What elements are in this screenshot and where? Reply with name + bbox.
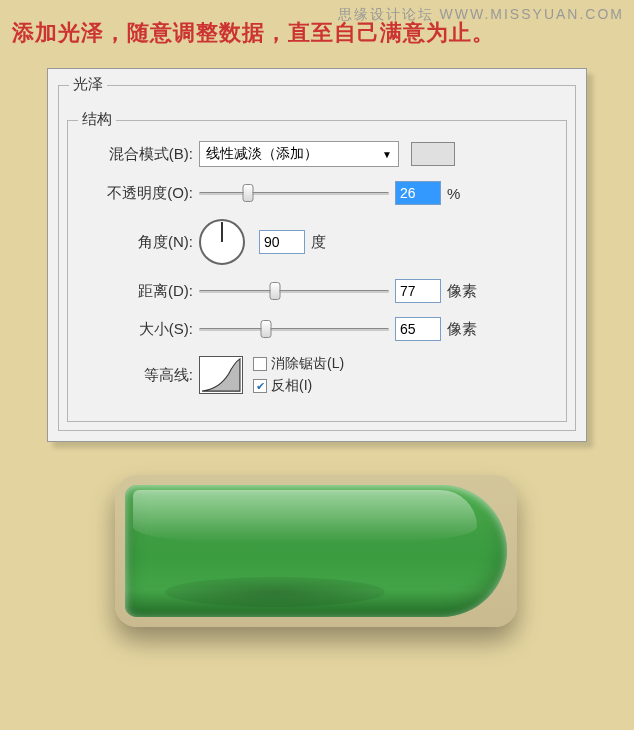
unit-opacity: % [447,185,460,202]
opacity-input[interactable] [395,181,441,205]
row-opacity: 不透明度(O): % [84,181,550,205]
angle-needle-icon [221,222,223,242]
fieldset-satin: 光泽 结构 混合模式(B): 线性减淡（添加） ▼ 不透明度(O): [58,85,576,431]
row-contour: 等高线: 消除锯齿(L) ✔ 反相(I) [84,355,550,395]
blend-mode-value: 线性减淡（添加） [206,145,318,163]
legend-structure: 结构 [78,110,116,129]
contour-curve-icon [200,357,242,393]
row-size: 大小(S): 像素 [84,317,550,341]
label-blend-mode: 混合模式(B): [84,145,199,164]
caret-down-icon: ▼ [382,149,392,160]
preview-button-frame [115,475,517,627]
antialias-row[interactable]: 消除锯齿(L) [253,355,344,373]
legend-satin: 光泽 [69,75,107,94]
antialias-checkbox[interactable] [253,357,267,371]
label-size: 大小(S): [84,320,199,339]
label-distance: 距离(D): [84,282,199,301]
unit-size: 像素 [447,320,477,339]
unit-distance: 像素 [447,282,477,301]
unit-angle: 度 [311,233,326,252]
antialias-label: 消除锯齿(L) [271,355,344,373]
row-angle: 角度(N): 度 [84,219,550,265]
size-slider[interactable] [199,320,389,338]
invert-label: 反相(I) [271,377,312,395]
angle-dial[interactable] [199,219,245,265]
preview-green-pill [125,485,507,617]
watermark-text: 思缘设计论坛 WWW.MISSYUAN.COM [338,6,624,24]
invert-checkbox[interactable]: ✔ [253,379,267,393]
size-input[interactable] [395,317,441,341]
invert-row[interactable]: ✔ 反相(I) [253,377,344,395]
blend-mode-dropdown[interactable]: 线性减淡（添加） ▼ [199,141,399,167]
distance-slider[interactable] [199,282,389,300]
opacity-slider[interactable] [199,184,389,202]
label-opacity: 不透明度(O): [84,184,199,203]
angle-input[interactable] [259,230,305,254]
fieldset-structure: 结构 混合模式(B): 线性减淡（添加） ▼ 不透明度(O): [67,120,567,422]
pill-highlight [133,490,477,543]
pill-inner-shadow [165,577,385,607]
satin-dialog: 光泽 结构 混合模式(B): 线性减淡（添加） ▼ 不透明度(O): [47,68,587,442]
distance-input[interactable] [395,279,441,303]
label-angle: 角度(N): [84,233,199,252]
color-swatch[interactable] [411,142,455,166]
row-blend-mode: 混合模式(B): 线性减淡（添加） ▼ [84,141,550,167]
contour-picker[interactable] [199,356,243,394]
label-contour: 等高线: [84,366,199,385]
row-distance: 距离(D): 像素 [84,279,550,303]
